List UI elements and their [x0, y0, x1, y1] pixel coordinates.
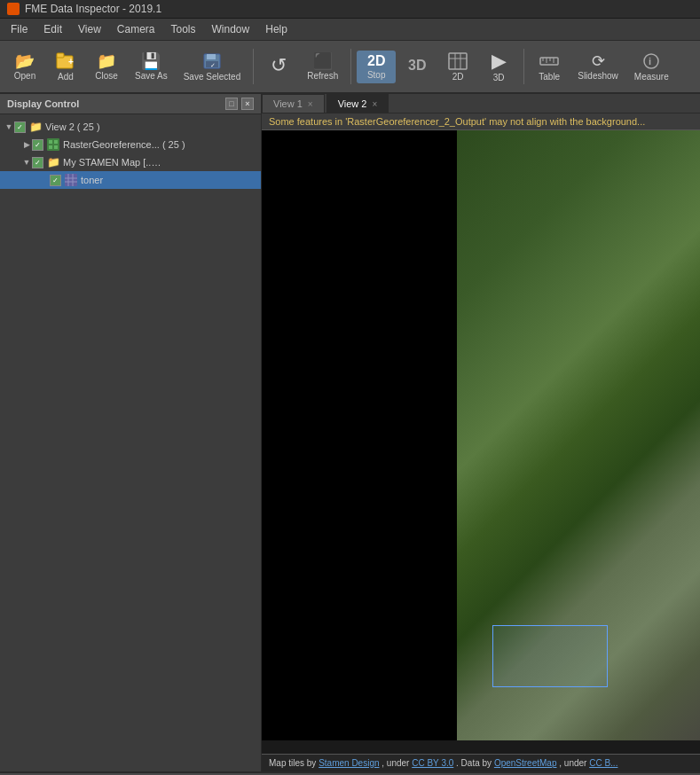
- tab-view1-label: View 1: [273, 98, 303, 109]
- map-attribution: Map tiles by Stamen Design , under CC BY…: [262, 754, 700, 771]
- menu-edit[interactable]: Edit: [36, 20, 69, 38]
- view2-icon: 📁: [28, 120, 43, 134]
- svg-rect-20: [54, 140, 58, 144]
- app-title: FME Data Inspector - 2019.1: [25, 3, 161, 15]
- svg-rect-19: [49, 140, 52, 144]
- stamen-design-link[interactable]: Stamen Design: [319, 758, 379, 768]
- svg-text:+: +: [68, 57, 74, 67]
- tree-checkbox-stamen[interactable]: ✓: [32, 157, 43, 168]
- svg-rect-4: [207, 54, 216, 59]
- orbit-button[interactable]: ⟳ Slideshow: [570, 50, 625, 84]
- tree-label-toner: toner: [81, 175, 103, 185]
- display-control-header: Display Control □ ×: [0, 94, 261, 114]
- menu-help[interactable]: Help: [258, 20, 295, 38]
- table-button[interactable]: 2D: [438, 49, 477, 85]
- panel-restore-button[interactable]: □: [225, 98, 238, 110]
- satellite-map[interactable]: [457, 130, 700, 740]
- save-selected-button[interactable]: ✓ Save Selected: [177, 49, 248, 85]
- stop-button[interactable]: ⬛ Refresh: [300, 50, 345, 84]
- close-button[interactable]: 📁 Close: [87, 50, 126, 84]
- 2d-button[interactable]: 2D Stop: [357, 51, 396, 83]
- 3d-button[interactable]: 3D: [397, 55, 437, 78]
- slideshow-button[interactable]: ▶ 3D: [479, 48, 518, 86]
- tab-view2[interactable]: View 2 ×: [326, 94, 389, 113]
- tree-arrow-raster: ▶: [21, 140, 32, 149]
- tree-checkbox-toner[interactable]: ✓: [50, 175, 61, 186]
- cc-b-link[interactable]: CC B...: [589, 758, 617, 768]
- attribution-under: , under: [381, 758, 412, 768]
- menu-file[interactable]: File: [4, 20, 35, 38]
- toner-grid-icon: [64, 173, 78, 187]
- tab-view1-close[interactable]: ×: [308, 99, 313, 109]
- add-button[interactable]: + Add: [46, 49, 85, 85]
- save-as-icon: 💾: [141, 53, 161, 69]
- tree-checkbox-view2[interactable]: ✓: [14, 121, 26, 133]
- refresh-icon: ↺: [271, 56, 287, 75]
- 3d-icon: 3D: [408, 59, 426, 73]
- menu-bar: File Edit View Camera Tools Window Help: [0, 19, 700, 41]
- close-folder-icon: 📁: [97, 53, 116, 69]
- left-panel: Display Control □ × ▼ ✓ 📁 View 2 ( 25 ) …: [0, 94, 262, 771]
- menu-view[interactable]: View: [71, 20, 108, 38]
- svg-rect-22: [54, 145, 58, 149]
- measure-button[interactable]: Table: [530, 49, 569, 85]
- main-layout: Display Control □ × ▼ ✓ 📁 View 2 ( 25 ) …: [0, 94, 700, 771]
- osm-link[interactable]: OpenStreetMap: [494, 758, 557, 768]
- svg-rect-21: [49, 145, 52, 149]
- black-area: [262, 130, 457, 740]
- tree-checkbox-raster[interactable]: ✓: [32, 139, 43, 151]
- svg-text:✓: ✓: [210, 62, 216, 68]
- svg-rect-7: [449, 53, 467, 69]
- tree-arrow-stamen: ▼: [21, 158, 32, 167]
- save-as-button[interactable]: 💾 Save As: [128, 50, 175, 84]
- orbit-icon: ⟳: [592, 53, 605, 69]
- measure-icon: [539, 52, 559, 70]
- selection-rectangle: [492, 625, 608, 687]
- stop-icon: ⬛: [313, 53, 333, 69]
- cc-by-link[interactable]: CC BY 3.0: [412, 758, 453, 768]
- tree-view: ▼ ✓ 📁 View 2 ( 25 ) ▶ ✓ R: [0, 114, 261, 771]
- right-panel: View 1 × View 2 × Some features in 'Rast…: [262, 94, 700, 771]
- table-icon: [448, 52, 468, 70]
- select-button[interactable]: i Measure: [627, 49, 676, 85]
- tree-label-view2: View 2 ( 25 ): [45, 121, 100, 132]
- svg-text:i: i: [649, 56, 651, 67]
- tree-node-view2[interactable]: ▼ ✓ 📁 View 2 ( 25 ): [0, 118, 261, 136]
- 2d-icon: 2D: [367, 54, 385, 68]
- menu-tools[interactable]: Tools: [164, 20, 203, 38]
- open-button[interactable]: 📂 Open: [5, 50, 44, 84]
- menu-window[interactable]: Window: [205, 20, 257, 38]
- map-area[interactable]: Some features in 'RasterGeoreferencer_2_…: [262, 114, 700, 771]
- tab-view2-close[interactable]: ×: [373, 99, 378, 109]
- toolbar: 📂 Open + Add 📁 Close 💾 Save As ✓ Sav: [0, 41, 700, 94]
- menu-camera[interactable]: Camera: [110, 20, 162, 38]
- tab-view1[interactable]: View 1 ×: [262, 94, 325, 113]
- fme-logo-icon: [7, 3, 20, 15]
- map-content: [262, 130, 700, 740]
- svg-rect-23: [65, 174, 77, 186]
- tab-view2-label: View 2: [338, 98, 367, 109]
- tree-label-stamen: My STAMEN Map [..…: [63, 157, 161, 168]
- svg-rect-1: [57, 53, 64, 58]
- refresh-button[interactable]: ↺: [259, 52, 298, 81]
- attribution-prefix: Map tiles by: [269, 758, 319, 768]
- panel-controls: □ ×: [225, 98, 254, 110]
- add-icon: +: [56, 52, 75, 70]
- display-control-title: Display Control: [7, 98, 79, 109]
- raster-icon: [46, 137, 60, 152]
- save-selected-icon: ✓: [202, 52, 222, 70]
- toolbar-sep-3: [523, 49, 524, 84]
- tree-node-toner[interactable]: ▶ ✓ toner: [0, 171, 261, 189]
- attribution-under2: , under: [559, 758, 589, 768]
- panel-close-button[interactable]: ×: [241, 98, 254, 110]
- tree-node-stamen[interactable]: ▼ ✓ 📁 My STAMEN Map [..…: [0, 153, 261, 171]
- toolbar-sep-1: [253, 49, 254, 84]
- tree-label-raster: RasterGeoreference... ( 25 ): [63, 139, 185, 150]
- stamen-folder-icon: 📁: [46, 155, 60, 169]
- select-icon: i: [641, 52, 661, 70]
- toolbar-sep-2: [350, 49, 351, 84]
- tree-node-raster[interactable]: ▶ ✓ RasterGeoreference... ( 25 ): [0, 136, 261, 153]
- slideshow-icon: ▶: [492, 51, 507, 71]
- attribution-data: . Data by: [456, 758, 494, 768]
- tab-bar: View 1 × View 2 ×: [262, 94, 700, 114]
